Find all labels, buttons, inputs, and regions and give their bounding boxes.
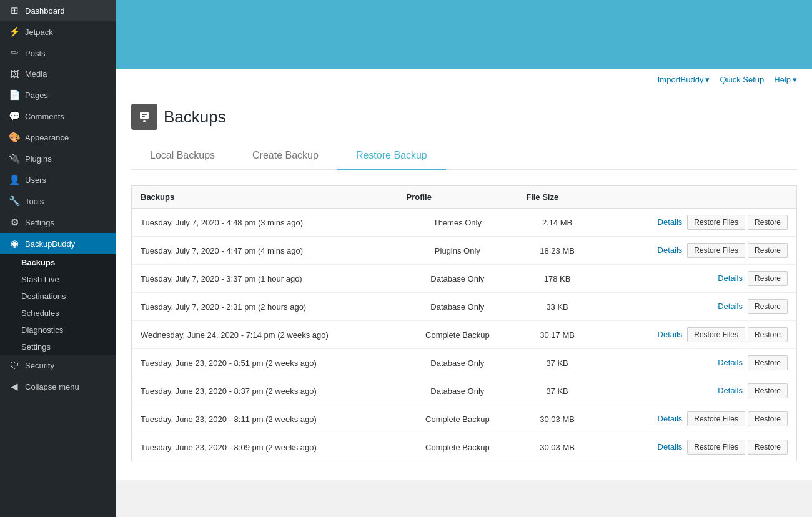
- sidebar-item-label: Tools: [25, 197, 44, 206]
- tools-icon: 🔧: [9, 195, 20, 207]
- restore-button[interactable]: Restore: [748, 440, 788, 455]
- restore-files-button[interactable]: Restore Files: [687, 440, 745, 455]
- details-link[interactable]: Details: [718, 302, 743, 311]
- comments-icon: 💬: [9, 111, 20, 122]
- restore-button[interactable]: Restore: [748, 215, 788, 230]
- collapse-icon: ◀: [9, 381, 20, 392]
- tab-local-backups[interactable]: Local Backups: [131, 142, 234, 170]
- table-row: Tuesday, July 7, 2020 - 4:48 pm (3 mins …: [132, 209, 797, 237]
- backup-actions: DetailsRestore FilesRestore: [597, 209, 797, 237]
- backup-actions: DetailsRestore FilesRestore: [597, 321, 797, 349]
- table-row: Tuesday, June 23, 2020 - 8:11 pm (2 week…: [132, 405, 797, 433]
- table-row: Tuesday, July 7, 2020 - 3:37 pm (1 hour …: [132, 265, 797, 293]
- details-link[interactable]: Details: [658, 245, 683, 255]
- sidebar-item-backupbuddy[interactable]: ◉ BackupBuddy: [0, 233, 116, 254]
- submenu-item-destinations[interactable]: Destinations: [0, 288, 116, 305]
- backup-filesize: 18.23 MB: [517, 237, 597, 265]
- restore-files-button[interactable]: Restore Files: [687, 327, 745, 342]
- help-chevron-icon: ▾: [793, 75, 797, 84]
- importbuddy-link[interactable]: ImportBuddy ▾: [658, 75, 710, 84]
- backup-filesize: 37 KB: [517, 349, 597, 377]
- svg-point-2: [143, 120, 146, 122]
- sidebar-item-media[interactable]: 🖼 Media: [0, 64, 116, 84]
- details-link[interactable]: Details: [658, 414, 683, 423]
- sidebar-item-plugins[interactable]: 🔌 Plugins: [0, 148, 116, 169]
- tab-create-backup[interactable]: Create Backup: [234, 142, 337, 170]
- backupbuddy-icon: ◉: [9, 238, 20, 249]
- backup-profile: Database Only: [398, 265, 518, 293]
- backup-profile: Complete Backup: [398, 433, 518, 461]
- backup-date: Tuesday, July 7, 2020 - 4:47 pm (4 mins …: [132, 237, 398, 265]
- restore-button[interactable]: Restore: [748, 411, 788, 426]
- main-content: ImportBuddy ▾ Quick Setup Help ▾: [116, 0, 812, 517]
- sidebar-item-appearance[interactable]: 🎨 Appearance: [0, 127, 116, 148]
- backup-date: Tuesday, June 23, 2020 - 8:09 pm (2 week…: [132, 433, 398, 461]
- restore-files-button[interactable]: Restore Files: [687, 411, 745, 426]
- sidebar-item-tools[interactable]: 🔧 Tools: [0, 190, 116, 212]
- sidebar-item-label: Users: [25, 175, 46, 185]
- restore-files-button[interactable]: Restore Files: [687, 243, 745, 258]
- backup-actions: DetailsRestore: [597, 349, 797, 377]
- col-header-filesize: File Size: [517, 186, 597, 209]
- details-link[interactable]: Details: [718, 358, 743, 367]
- sidebar-item-label: Jetpack: [25, 27, 53, 37]
- appearance-icon: 🎨: [9, 132, 20, 143]
- help-label: Help: [774, 75, 791, 84]
- details-link[interactable]: Details: [718, 273, 743, 283]
- sidebar-item-label: Pages: [25, 91, 48, 100]
- sidebar-item-pages[interactable]: 📄 Pages: [0, 84, 116, 106]
- restore-button[interactable]: Restore: [748, 383, 788, 398]
- backup-actions: DetailsRestore: [597, 377, 797, 405]
- sidebar-item-dashboard[interactable]: ⊞ Dashboard: [0, 0, 116, 21]
- details-link[interactable]: Details: [658, 442, 683, 451]
- collapse-menu-button[interactable]: ◀ Collapse menu: [0, 376, 116, 397]
- sidebar-item-label: Settings: [25, 218, 54, 227]
- users-icon: 👤: [9, 174, 20, 185]
- sidebar-item-security[interactable]: 🛡 Security: [0, 355, 116, 376]
- table-row: Tuesday, July 7, 2020 - 2:31 pm (2 hours…: [132, 293, 797, 321]
- backup-date: Tuesday, June 23, 2020 - 8:11 pm (2 week…: [132, 405, 398, 433]
- sidebar-item-jetpack[interactable]: ⚡ Jetpack: [0, 21, 116, 42]
- help-link[interactable]: Help ▾: [774, 75, 797, 84]
- tabs: Local Backups Create Backup Restore Back…: [131, 142, 797, 170]
- sidebar-item-label: Security: [25, 361, 54, 370]
- backup-filesize: 30.03 MB: [517, 405, 597, 433]
- submenu-item-schedules[interactable]: Schedules: [0, 305, 116, 322]
- page-content: Backups Local Backups Create Backup Rest…: [116, 91, 812, 480]
- backup-profile: Themes Only: [398, 209, 518, 237]
- restore-button[interactable]: Restore: [748, 271, 788, 286]
- page-title: Backups: [164, 107, 226, 127]
- submenu-item-backups[interactable]: Backups: [0, 254, 116, 271]
- backup-date: Tuesday, July 7, 2020 - 2:31 pm (2 hours…: [132, 293, 398, 321]
- restore-files-button[interactable]: Restore Files: [687, 215, 745, 230]
- sidebar-item-comments[interactable]: 💬 Comments: [0, 106, 116, 127]
- importbuddy-chevron-icon: ▾: [705, 75, 710, 84]
- restore-button[interactable]: Restore: [748, 243, 788, 258]
- backups-table: Backups Profile File Size Tuesday, July …: [131, 185, 797, 461]
- sidebar-item-users[interactable]: 👤 Users: [0, 169, 116, 190]
- tab-restore-backup[interactable]: Restore Backup: [337, 142, 446, 170]
- collapse-label: Collapse menu: [25, 382, 79, 391]
- submenu-item-diagnostics[interactable]: Diagnostics: [0, 322, 116, 338]
- top-banner: [116, 0, 812, 69]
- submenu-item-stash-live[interactable]: Stash Live: [0, 271, 116, 288]
- backup-actions: DetailsRestore: [597, 293, 797, 321]
- col-header-actions: [597, 186, 797, 209]
- details-link[interactable]: Details: [658, 330, 683, 339]
- restore-button[interactable]: Restore: [748, 299, 788, 314]
- header-bar: ImportBuddy ▾ Quick Setup Help ▾: [116, 69, 812, 91]
- restore-button[interactable]: Restore: [748, 355, 788, 370]
- details-link[interactable]: Details: [718, 386, 743, 395]
- sidebar-item-posts[interactable]: ✏ Posts: [0, 42, 116, 64]
- backup-date: Tuesday, July 7, 2020 - 3:37 pm (1 hour …: [132, 265, 398, 293]
- backup-actions: DetailsRestore FilesRestore: [597, 433, 797, 461]
- plugins-icon: 🔌: [9, 153, 20, 164]
- table-row: Tuesday, June 23, 2020 - 8:37 pm (2 week…: [132, 377, 797, 405]
- backup-date: Tuesday, July 7, 2020 - 4:48 pm (3 mins …: [132, 209, 398, 237]
- page-title-icon: [131, 104, 157, 130]
- sidebar-item-settings[interactable]: ⚙ Settings: [0, 212, 116, 233]
- details-link[interactable]: Details: [658, 217, 683, 227]
- submenu-item-settings-bb[interactable]: Settings: [0, 338, 116, 355]
- restore-button[interactable]: Restore: [748, 327, 788, 342]
- quick-setup-link[interactable]: Quick Setup: [720, 75, 764, 84]
